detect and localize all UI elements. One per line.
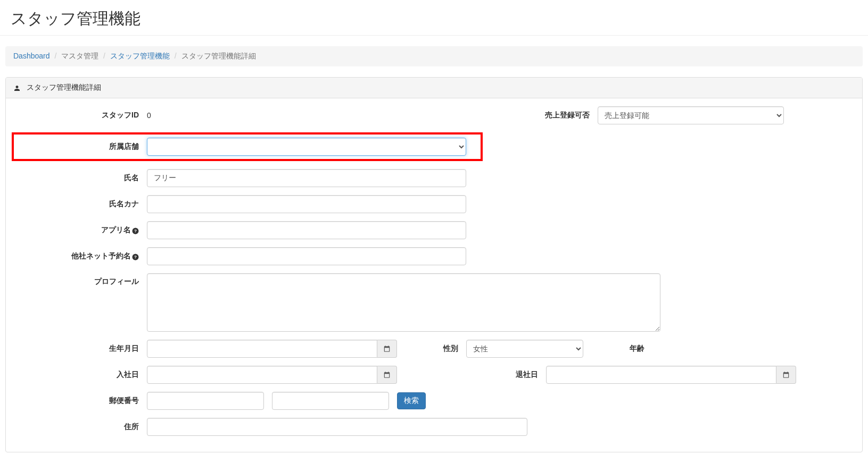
detail-panel: スタッフ管理機能詳細 スタッフID 0 売上登録可否 売上登録可能 所属店舗: [5, 77, 863, 452]
calendar-icon[interactable]: [377, 340, 397, 358]
sales-reg-select[interactable]: 売上登録可能: [598, 106, 784, 124]
other-net-input[interactable]: [147, 247, 466, 265]
calendar-icon[interactable]: [377, 366, 397, 384]
value-staff-id: 0: [147, 107, 151, 123]
page-title: スタッフ管理機能: [0, 0, 868, 36]
breadcrumb-sep: /: [101, 52, 108, 60]
calendar-icon[interactable]: [776, 366, 796, 384]
label-postal: 郵便番号: [14, 396, 147, 406]
breadcrumb-dashboard[interactable]: Dashboard: [13, 52, 50, 60]
user-icon: [14, 83, 23, 92]
svg-text:?: ?: [134, 229, 137, 233]
question-circle-icon[interactable]: ?: [132, 252, 139, 260]
join-date-input[interactable]: [147, 366, 377, 384]
store-select[interactable]: [147, 138, 466, 156]
birthday-input[interactable]: [147, 340, 377, 358]
label-birthday: 生年月日: [14, 344, 147, 354]
label-staff-id: スタッフID: [14, 111, 147, 120]
breadcrumb-detail: スタッフ管理機能詳細: [181, 52, 256, 60]
label-sales-reg: 売上登録可否: [518, 111, 598, 120]
label-name: 氏名: [14, 173, 147, 183]
label-name-kana: 氏名カナ: [14, 199, 147, 209]
panel-heading: スタッフ管理機能詳細: [6, 78, 862, 98]
postal1-input[interactable]: [147, 392, 264, 410]
breadcrumb-staff-mgmt[interactable]: スタッフ管理機能: [110, 52, 170, 60]
breadcrumb-sep: /: [172, 52, 179, 60]
profile-textarea[interactable]: [147, 273, 660, 332]
label-store: 所属店舗: [16, 142, 147, 152]
label-app-name: アプリ名 ?: [14, 225, 147, 235]
breadcrumb-master: マスタ管理: [61, 52, 98, 60]
app-name-input[interactable]: [147, 221, 466, 239]
svg-text:?: ?: [134, 255, 137, 259]
label-profile: プロフィール: [14, 273, 147, 287]
address-input[interactable]: [147, 418, 527, 436]
label-age: 年齢: [583, 344, 652, 354]
gender-select[interactable]: 女性: [466, 340, 583, 358]
label-gender: 性別: [397, 344, 466, 354]
name-kana-input[interactable]: [147, 195, 466, 213]
label-address: 住所: [14, 422, 147, 432]
panel-heading-text: スタッフ管理機能詳細: [27, 83, 101, 93]
leave-date-input[interactable]: [546, 366, 776, 384]
question-circle-icon[interactable]: ?: [132, 226, 139, 234]
breadcrumb-sep: /: [52, 52, 59, 60]
label-other-net: 他社ネット予約名 ?: [14, 251, 147, 261]
label-leave-date: 退社日: [397, 370, 546, 380]
breadcrumb: Dashboard / マスタ管理 / スタッフ管理機能 / スタッフ管理機能詳…: [5, 46, 863, 66]
search-button[interactable]: 検索: [397, 392, 426, 409]
postal2-input[interactable]: [272, 392, 389, 410]
name-input[interactable]: [147, 169, 466, 187]
label-join-date: 入社日: [14, 370, 147, 380]
